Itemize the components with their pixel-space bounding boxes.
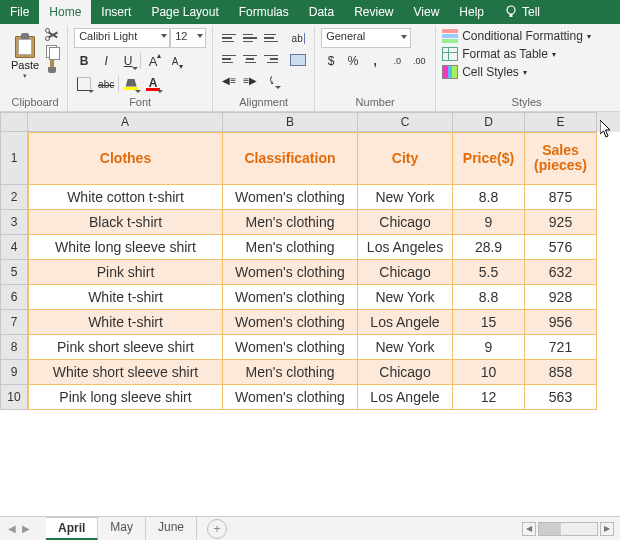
row-header[interactable]: 2 [0, 185, 28, 210]
menu-formulas[interactable]: Formulas [229, 0, 299, 24]
align-bottom[interactable] [261, 28, 281, 48]
cell[interactable]: 8.8 [453, 185, 525, 210]
cell[interactable]: Black t-shirt [28, 210, 223, 235]
font-size-select[interactable]: 12 [170, 28, 206, 48]
copy-button[interactable] [45, 44, 61, 58]
cell[interactable]: New York [358, 185, 453, 210]
indent-decrease[interactable]: ◀≡ [219, 70, 239, 90]
cell[interactable]: Pink shirt [28, 260, 223, 285]
row-header[interactable]: 1 [0, 132, 28, 185]
align-left[interactable] [219, 49, 239, 69]
header-cell[interactable]: Clothes [28, 132, 223, 185]
cell[interactable]: Women's clothing [223, 385, 358, 410]
cell[interactable]: 563 [525, 385, 597, 410]
comma-button[interactable]: , [365, 51, 385, 71]
cell[interactable]: Women's clothing [223, 260, 358, 285]
cell[interactable]: Los Angeles [358, 235, 453, 260]
cell[interactable]: Men's clothing [223, 210, 358, 235]
col-header-E[interactable]: E [525, 112, 597, 132]
cell[interactable]: White long sleeve shirt [28, 235, 223, 260]
row-header[interactable]: 7 [0, 310, 28, 335]
grid[interactable]: 1ClothesClassificationCityPrice($)Sales … [0, 132, 620, 410]
cell[interactable]: White t-shirt [28, 310, 223, 335]
cell[interactable]: Women's clothing [223, 310, 358, 335]
merge-center-button[interactable] [288, 50, 308, 70]
cell[interactable]: 10 [453, 360, 525, 385]
indent-increase[interactable]: ≡▶ [240, 70, 260, 90]
cell[interactable]: 858 [525, 360, 597, 385]
increase-decimal-button[interactable]: .0 [387, 51, 407, 71]
format-as-table-button[interactable]: Format as Table▾ [442, 46, 556, 62]
cell[interactable]: 5.5 [453, 260, 525, 285]
sheet-tab-june[interactable]: June [146, 517, 197, 540]
cell[interactable]: 925 [525, 210, 597, 235]
align-right[interactable] [261, 49, 281, 69]
cell[interactable]: Chicago [358, 210, 453, 235]
paste-button[interactable]: Paste ▾ [9, 28, 41, 82]
scroll-thumb[interactable] [539, 523, 561, 535]
scroll-right-button[interactable]: ▶ [600, 522, 614, 536]
cell[interactable]: 956 [525, 310, 597, 335]
tab-nav-next[interactable]: ▶ [22, 523, 30, 534]
sheet-tab-april[interactable]: April [46, 517, 98, 540]
cell[interactable]: 9 [453, 335, 525, 360]
cell[interactable]: White cotton t-shirt [28, 185, 223, 210]
new-sheet-button[interactable]: + [207, 519, 227, 539]
menu-view[interactable]: View [404, 0, 450, 24]
conditional-formatting-button[interactable]: Conditional Formatting▾ [442, 28, 591, 44]
col-header-A[interactable]: A [28, 112, 223, 132]
shrink-font-button[interactable]: A▾ [165, 51, 185, 71]
border-button[interactable] [74, 74, 94, 94]
scroll-left-button[interactable]: ◀ [522, 522, 536, 536]
cell[interactable]: 12 [453, 385, 525, 410]
tab-nav-prev[interactable]: ◀ [8, 523, 16, 534]
cell[interactable]: 928 [525, 285, 597, 310]
row-header[interactable]: 8 [0, 335, 28, 360]
align-center[interactable] [240, 49, 260, 69]
format-painter-button[interactable] [45, 60, 61, 74]
cell[interactable]: New York [358, 285, 453, 310]
cell[interactable]: White short sleeve shirt [28, 360, 223, 385]
row-header[interactable]: 4 [0, 235, 28, 260]
cell[interactable]: Pink long sleeve shirt [28, 385, 223, 410]
cell[interactable]: 632 [525, 260, 597, 285]
font-family-select[interactable]: Calibri Light [74, 28, 170, 48]
percent-button[interactable]: % [343, 51, 363, 71]
row-header[interactable]: 9 [0, 360, 28, 385]
wrap-text-button[interactable]: ab [288, 28, 308, 48]
align-middle[interactable] [240, 28, 260, 48]
menu-page-layout[interactable]: Page Layout [141, 0, 228, 24]
cell[interactable]: Women's clothing [223, 335, 358, 360]
cell[interactable]: Pink short sleeve shirt [28, 335, 223, 360]
grow-font-button[interactable]: A▴ [143, 51, 163, 71]
cell[interactable]: Chicago [358, 360, 453, 385]
cell[interactable]: Women's clothing [223, 185, 358, 210]
cell[interactable]: Los Angele [358, 310, 453, 335]
decrease-decimal-button[interactable]: .00 [409, 51, 429, 71]
menu-home[interactable]: Home [39, 0, 91, 24]
row-header[interactable]: 5 [0, 260, 28, 285]
menu-data[interactable]: Data [299, 0, 344, 24]
cell[interactable]: Men's clothing [223, 235, 358, 260]
header-cell[interactable]: Price($) [453, 132, 525, 185]
cell[interactable]: Women's clothing [223, 285, 358, 310]
cell[interactable]: 8.8 [453, 285, 525, 310]
align-top[interactable] [219, 28, 239, 48]
cell[interactable]: Men's clothing [223, 360, 358, 385]
cell[interactable]: 576 [525, 235, 597, 260]
menu-file[interactable]: File [0, 0, 39, 24]
italic-button[interactable]: I [96, 51, 116, 71]
col-header-D[interactable]: D [453, 112, 525, 132]
scroll-track[interactable] [538, 522, 598, 536]
cell[interactable]: New York [358, 335, 453, 360]
menu-insert[interactable]: Insert [91, 0, 141, 24]
cut-button[interactable] [45, 28, 61, 42]
orientation-button[interactable]: ⤹ [261, 70, 281, 90]
header-cell[interactable]: City [358, 132, 453, 185]
bold-button[interactable]: B [74, 51, 94, 71]
cell-styles-button[interactable]: Cell Styles▾ [442, 64, 527, 80]
cell[interactable]: 15 [453, 310, 525, 335]
cell[interactable]: 875 [525, 185, 597, 210]
horizontal-scrollbar[interactable]: ◀ ▶ [522, 522, 614, 536]
font-color-button[interactable]: A [143, 74, 163, 94]
